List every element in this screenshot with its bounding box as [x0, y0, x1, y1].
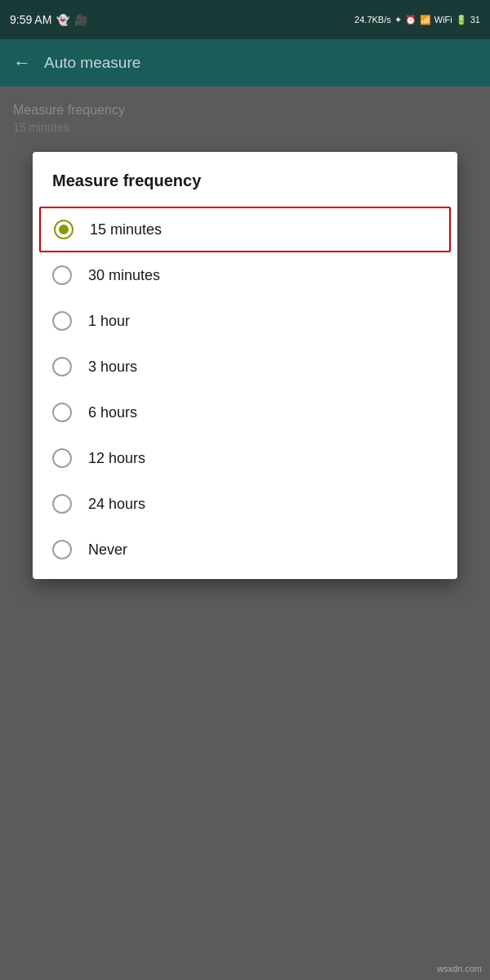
battery-icon: 🔋	[456, 15, 467, 25]
radio-label-opt-1hr: 1 hour	[88, 313, 130, 330]
status-left: 9:59 AM 👻 🎥	[10, 13, 87, 26]
radio-circle-opt-15min	[54, 220, 74, 239]
frequency-dialog: Measure frequency 15 minutes30 minutes1 …	[33, 152, 457, 579]
dialog-overlay: Measure frequency 15 minutes30 minutes1 …	[0, 87, 490, 980]
network-speed: 24.7KB/s	[354, 15, 391, 24]
radio-circle-opt-1hr	[52, 311, 72, 331]
radio-label-opt-never: Never	[88, 541, 127, 559]
snapchat-icon: 👻	[56, 14, 69, 26]
status-time: 9:59 AM	[10, 13, 51, 26]
radio-option-opt-24hr[interactable]: 24 hours	[33, 481, 457, 527]
dialog-title: Measure frequency	[33, 172, 457, 207]
radio-option-opt-30min[interactable]: 30 minutes	[33, 252, 457, 298]
radio-circle-opt-30min	[52, 265, 72, 285]
radio-label-opt-12hr: 12 hours	[88, 450, 145, 467]
status-right: 24.7KB/s ✦ ⏰ 📶 WiFi 🔋 31	[354, 15, 480, 25]
radio-circle-opt-never	[52, 540, 72, 559]
bluetooth-icon: ✦	[394, 15, 402, 25]
radio-circle-opt-12hr	[52, 448, 72, 468]
radio-circle-opt-3hr	[52, 357, 72, 376]
radio-option-opt-15min[interactable]: 15 minutes	[39, 207, 451, 252]
radio-circle-opt-6hr	[52, 403, 72, 422]
radio-label-opt-6hr: 6 hours	[88, 404, 137, 421]
signal-icon: 📶	[420, 15, 431, 25]
status-bar: 9:59 AM 👻 🎥 24.7KB/s ✦ ⏰ 📶 WiFi 🔋 31	[0, 0, 490, 39]
wifi-icon: WiFi	[434, 15, 452, 24]
alarm-icon: ⏰	[405, 15, 416, 25]
watermark: wsxdn.com	[437, 964, 482, 973]
radio-option-opt-6hr[interactable]: 6 hours	[33, 390, 457, 435]
app-bar-title: Auto measure	[44, 54, 140, 72]
back-button[interactable]: ←	[13, 52, 31, 74]
radio-label-opt-3hr: 3 hours	[88, 359, 137, 376]
camera-icon: 🎥	[74, 14, 87, 26]
radio-label-opt-30min: 30 minutes	[88, 267, 160, 284]
radio-option-opt-never[interactable]: Never	[33, 527, 457, 572]
radio-circle-opt-24hr	[52, 494, 72, 514]
options-container: 15 minutes30 minutes1 hour3 hours6 hours…	[33, 207, 457, 572]
radio-label-opt-15min: 15 minutes	[90, 221, 162, 238]
app-bar: ← Auto measure	[0, 39, 490, 87]
radio-option-opt-12hr[interactable]: 12 hours	[33, 435, 457, 481]
battery-level: 31	[470, 15, 480, 24]
radio-label-opt-24hr: 24 hours	[88, 496, 145, 513]
radio-option-opt-3hr[interactable]: 3 hours	[33, 344, 457, 390]
radio-option-opt-1hr[interactable]: 1 hour	[33, 298, 457, 344]
